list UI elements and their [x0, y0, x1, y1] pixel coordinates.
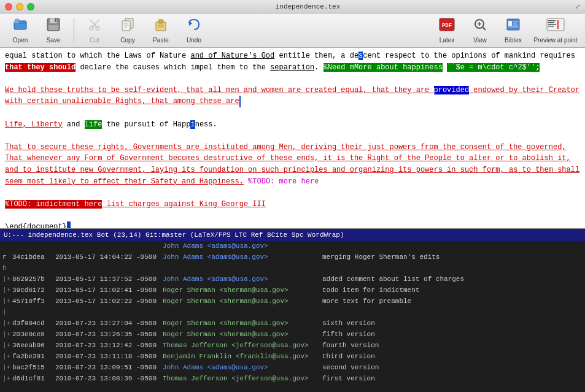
bibtex-label: Bibtex [505, 37, 522, 44]
svg-rect-7 [48, 25, 58, 30]
svg-rect-39 [548, 24, 556, 25]
svg-line-13 [93, 20, 99, 26]
mode-line-text: U:--- independence.tex Bot (23,14) Git:m… [4, 231, 344, 239]
paste-icon [153, 17, 168, 36]
maximize-button[interactable] [27, 3, 34, 10]
preview-button[interactable]: Preview at point [531, 16, 580, 45]
preview-icon [546, 17, 565, 36]
svg-rect-33 [513, 21, 518, 22]
git-row-6: |+ 36eeab06 2010-07-23 13:12:42 -0500 Th… [0, 342, 585, 353]
git-row-h: h [0, 264, 585, 275]
save-label: Save [47, 37, 61, 44]
svg-line-27 [482, 27, 486, 30]
window-title: independence.tex [41, 3, 575, 10]
title-bar: independence.tex ⤢ [0, 0, 585, 13]
minimize-button[interactable] [16, 3, 23, 10]
undo-button[interactable]: Undo [179, 16, 209, 45]
undo-label: Undo [187, 37, 201, 44]
editor-line-15 [5, 210, 580, 221]
cut-label: Cut [90, 37, 99, 44]
toolbar: Open Save Cut Copy Paste Undo PDF [0, 13, 585, 48]
git-row-2: |+ 39cd6172 2013-05-17 11:02:41 -0500 Ro… [0, 286, 585, 298]
paste-button[interactable]: Paste [145, 16, 176, 45]
open-label: Open [13, 37, 28, 44]
git-row-1: |+ 8629257b 2013-05-17 11:37:52 -0500 Jo… [0, 275, 585, 286]
mode-line: U:--- independence.tex Bot (23,14) Git:m… [0, 229, 585, 241]
view-button[interactable]: View [465, 16, 495, 45]
svg-rect-15 [122, 21, 130, 31]
editor-line-2: that they should declare the causes whic… [5, 62, 580, 74]
preview-label: Preview at point [533, 37, 577, 44]
git-row-4: |+ d3f904cd 2010-07-23 13:27:04 -0500 Ro… [0, 320, 585, 331]
copy-label: Copy [120, 37, 134, 44]
undo-icon [187, 17, 201, 36]
view-label: View [473, 37, 487, 44]
git-log[interactable]: John Adams <adams@usa.gov> r 34c1bdea 20… [0, 241, 585, 392]
separator-1 [74, 18, 74, 43]
log-section: John Adams <adams@usa.gov> r 34c1bdea 20… [0, 241, 585, 392]
copy-button[interactable]: Copy [112, 16, 143, 45]
git-row-9: |+ d6d1cf81 2010-07-23 13:08:39 -0500 Th… [0, 375, 585, 386]
latex-icon: PDF [438, 17, 455, 36]
editor-line-9: That to secure these rights, Governments… [5, 142, 580, 153]
git-row-3: |+ 45710ff3 2013-05-17 11:02:22 -0500 Ro… [0, 298, 585, 309]
editor-line-7: Life, Liberty and life the pursuit of Ha… [5, 119, 580, 131]
cut-icon [87, 17, 102, 36]
svg-rect-34 [513, 23, 517, 24]
editor-line-16: \end{document} [5, 221, 580, 229]
git-row-8: |+ bac2f515 2010-07-23 13:09:51 -0500 Jo… [0, 364, 585, 375]
editor-line-1: equal station to which the Laws of Natur… [5, 50, 580, 62]
latex-label: Latex [440, 37, 454, 44]
open-button[interactable]: Open [5, 16, 36, 45]
traffic-lights [5, 3, 34, 10]
editor-line-11: and to institute new Government, laying … [5, 164, 580, 176]
svg-rect-32 [508, 26, 518, 28]
editor-line-6 [5, 107, 580, 119]
bibtex-button[interactable]: Bibtex [498, 16, 529, 45]
editor-line-12: seem most likely to effect their Safety … [5, 176, 580, 188]
git-row-5: |+ 203e0ce8 2010-07-23 13:26:35 -0500 Ro… [0, 331, 585, 342]
view-icon [473, 17, 487, 36]
git-row-7: |+ fa2be391 2010-07-23 13:11:18 -0500 Be… [0, 353, 585, 364]
git-row-0: r 34c1bdea 2013-05-17 14:04:22 -0500 Joh… [0, 253, 585, 264]
svg-rect-2 [15, 19, 19, 21]
svg-rect-40 [548, 26, 554, 27]
svg-rect-31 [508, 21, 512, 26]
bibtex-icon [506, 17, 521, 36]
zoom-icon[interactable]: ⤢ [575, 3, 580, 10]
editor-line-5: with certain unalienable Rights, that am… [5, 96, 580, 107]
svg-text:PDF: PDF [442, 23, 452, 29]
paste-label: Paste [153, 37, 169, 44]
svg-rect-38 [548, 22, 554, 23]
latex-button[interactable]: PDF Latex [432, 16, 462, 45]
editor-line-10: That whenever any Form of Government bec… [5, 153, 580, 164]
svg-marker-23 [189, 21, 192, 26]
editor-section: equal station to which the Laws of Natur… [0, 48, 585, 241]
main-container: equal station to which the Laws of Natur… [0, 48, 585, 392]
copy-icon [120, 17, 135, 36]
save-icon [46, 17, 61, 36]
close-button[interactable] [5, 3, 12, 10]
open-icon [13, 17, 28, 36]
git-row-sep: | [0, 309, 585, 320]
editor-line-3 [5, 73, 580, 85]
svg-rect-37 [548, 20, 556, 21]
git-log-header: John Adams <adams@usa.gov> [0, 242, 585, 253]
svg-rect-6 [55, 18, 56, 22]
save-button[interactable]: Save [38, 16, 69, 45]
cut-button[interactable]: Cut [79, 16, 110, 45]
editor-line-8 [5, 130, 580, 142]
editor-line-14: %TODO: indictment here list charges agai… [5, 199, 580, 210]
editor-line-4: We hold these truths to be self-evident,… [5, 85, 580, 96]
editor-area[interactable]: equal station to which the Laws of Natur… [0, 48, 585, 229]
svg-rect-20 [158, 20, 163, 23]
svg-rect-35 [513, 25, 517, 26]
editor-line-13 [5, 187, 580, 199]
